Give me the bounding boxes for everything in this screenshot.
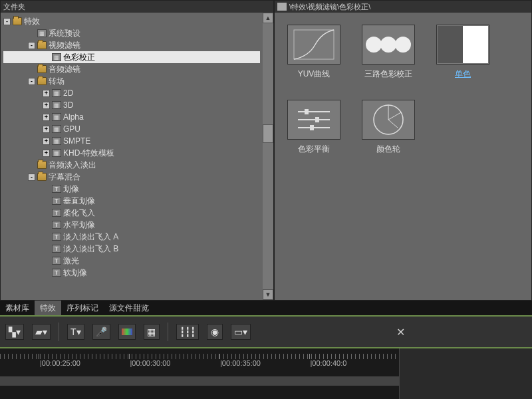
color-icon[interactable] — [118, 324, 136, 340]
breadcrumb-path: \特效\视频滤镜\色彩校正\ — [289, 2, 370, 12]
timeline-ruler[interactable]: |00:00:25:00|00:00:30:00|00:00:35:00|00:… — [0, 359, 399, 372]
effect-icon: ▦ — [52, 149, 61, 157]
effect-icon: ▦ — [37, 29, 47, 37]
svg-rect-12 — [315, 117, 319, 122]
title-icon: T — [52, 197, 61, 205]
timeline[interactable]: |00:00:25:00|00:00:30:00|00:00:35:00|00:… — [0, 347, 532, 399]
title-icon: T — [52, 221, 61, 229]
effect-icon: ▦ — [52, 53, 61, 61]
scroll-up-button[interactable]: ▲ — [263, 13, 273, 23]
effect-icon: ▦ — [52, 125, 61, 133]
tree-item[interactable]: +▦3D — [3, 99, 260, 111]
tree-item[interactable]: T激光 — [3, 255, 260, 267]
svg-rect-14 — [310, 125, 314, 130]
effect-grid: YUV曲线三路色彩校正单色色彩平衡颜色轮 — [275, 13, 531, 300]
folder-panel: 文件夹 -特效▦系统预设-视频滤镜▦色彩校正音频滤镜-转场+▦2D+▦3D+▦A… — [0, 0, 274, 301]
rect-icon[interactable]: ▭▾ — [231, 324, 251, 340]
effect-item[interactable]: 单色 — [432, 25, 494, 80]
grid-icon[interactable]: ▦ — [144, 324, 160, 340]
tree-item[interactable]: T划像 — [3, 183, 260, 195]
tree-item[interactable]: +▦Alpha — [3, 111, 260, 123]
tree-item[interactable]: ▦系统预设 — [3, 27, 260, 39]
tree-item-label: GPU — [63, 124, 80, 134]
close-icon[interactable]: ✕ — [394, 325, 407, 338]
scroll-thumb[interactable] — [263, 124, 273, 143]
effect-browser-panel: \特效\视频滤镜\色彩校正\ YUV曲线三路色彩校正单色色彩平衡颜色轮 — [274, 0, 532, 301]
svg-rect-6 — [438, 26, 463, 63]
separator — [168, 323, 168, 341]
folder-icon — [37, 161, 47, 169]
folder-icon — [37, 77, 47, 85]
tree-item[interactable]: T水平划像 — [3, 219, 260, 231]
svg-point-5 — [395, 37, 411, 53]
folder-icon — [37, 41, 47, 49]
ruler-mark: |00:00:30:00 — [129, 359, 219, 372]
tree-scrollbar[interactable]: ▲ ▼ — [263, 13, 273, 300]
title-icon: T — [52, 269, 61, 277]
effect-thumbnail — [436, 25, 489, 65]
tree-item[interactable]: +▦SMPTE — [3, 135, 260, 147]
ruler-mark: |00:00:35:00 — [219, 359, 309, 372]
tree-item[interactable]: +▦2D — [3, 87, 260, 99]
tree-item[interactable]: +▦KHD-特效模板 — [3, 147, 260, 159]
folder-icon — [37, 65, 47, 73]
disc-icon[interactable]: ◉ — [207, 324, 223, 340]
tab[interactable]: 源文件甜览 — [104, 301, 154, 315]
tree-item[interactable]: +▦GPU — [3, 123, 260, 135]
text-icon[interactable]: T▾ — [67, 324, 84, 340]
effect-thumbnail — [362, 25, 415, 65]
layer-icon[interactable]: ▚▾ — [5, 324, 24, 340]
tree-item[interactable]: -视频滤镜 — [3, 39, 260, 51]
folder-icon — [13, 17, 22, 25]
tree-item[interactable]: T垂直划像 — [3, 195, 260, 207]
tree-item[interactable]: T淡入淡出飞入 B — [3, 243, 260, 255]
panel-tabs: 素材库特效序列标记源文件甜览 — [0, 301, 532, 315]
scroll-track[interactable] — [263, 23, 273, 289]
effect-item[interactable]: YUV曲线 — [283, 25, 345, 80]
title-icon: T — [52, 209, 61, 217]
marker-icon[interactable]: ▰▾ — [32, 324, 51, 340]
effect-thumbnail — [287, 25, 340, 65]
timeline-toolbar: ▚▾ ▰▾ T▾ 🎤 ▦ ┇┇┇ ◉ ▭▾ ✕ — [0, 315, 532, 347]
tree-item-label: 转场 — [49, 76, 65, 87]
mic-icon[interactable]: 🎤 — [92, 324, 110, 340]
tab[interactable]: 特效 — [35, 301, 61, 315]
tree-item[interactable]: -转场 — [3, 75, 260, 87]
tree-item[interactable]: T淡入淡出飞入 A — [3, 231, 260, 243]
sliders-icon[interactable]: ┇┇┇ — [176, 324, 199, 340]
tab[interactable]: 序列标记 — [61, 301, 104, 315]
effect-item[interactable]: 三路色彩校正 — [357, 25, 420, 80]
tree-item[interactable]: T软划像 — [3, 267, 260, 279]
title-icon: T — [52, 257, 61, 265]
tree-item[interactable]: -字幕混合 — [3, 171, 260, 183]
effect-item[interactable]: 色彩平衡 — [283, 100, 345, 155]
effect-thumbnail — [287, 100, 340, 140]
ruler-mark: |00:00:40:0 — [309, 359, 400, 372]
tree-item-label: 水平划像 — [63, 219, 95, 231]
effect-thumbnail — [362, 100, 415, 140]
tree-item-label: 3D — [63, 100, 73, 110]
folder-panel-title: 文件夹 — [1, 1, 273, 13]
tab[interactable]: 素材库 — [0, 301, 35, 315]
tree-item[interactable]: 音频淡入淡出 — [3, 159, 260, 171]
tree-item-label: 柔化飞入 — [63, 207, 95, 219]
timeline-track-row[interactable] — [0, 376, 399, 386]
svg-rect-10 — [305, 109, 309, 114]
scroll-down-button[interactable]: ▼ — [263, 289, 273, 300]
effect-item[interactable]: 颜色轮 — [357, 100, 420, 155]
tree-item[interactable]: 音频滤镜 — [3, 63, 260, 75]
tree-item[interactable]: ▦色彩校正 — [3, 51, 260, 63]
tree-item-label: KHD-特效模板 — [63, 148, 114, 159]
tree-root[interactable]: -特效 — [3, 15, 260, 27]
tree-item[interactable]: T柔化飞入 — [3, 207, 260, 219]
effect-label: 单色 — [455, 68, 471, 80]
folder-icon — [37, 173, 47, 181]
tree-item-label: 淡入淡出飞入 B — [63, 243, 118, 255]
tree-item-label: 软划像 — [63, 267, 87, 279]
effects-tree[interactable]: -特效▦系统预设-视频滤镜▦色彩校正音频滤镜-转场+▦2D+▦3D+▦Alpha… — [1, 13, 263, 300]
tree-item-label: 色彩校正 — [63, 52, 95, 63]
timeline-ticks — [0, 354, 399, 359]
effect-label: 颜色轮 — [376, 144, 400, 155]
tree-item-label: 激光 — [63, 255, 79, 267]
tree-item-label: SMPTE — [63, 136, 90, 146]
